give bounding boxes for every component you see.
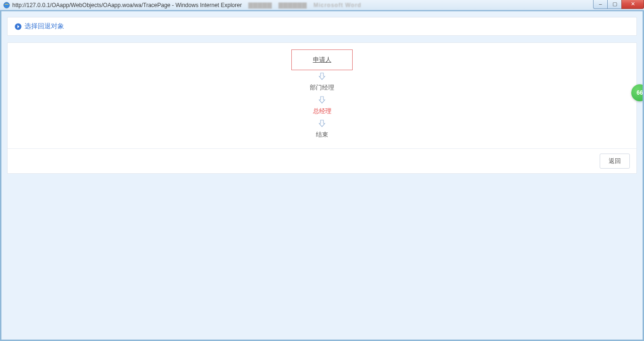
arrow-down-icon xyxy=(318,119,326,128)
minimize-icon: – xyxy=(599,1,602,7)
flow-node-label: 结束 xyxy=(316,131,328,138)
window-title: http://127.0.0.1/OAapp/WebObjects/OAapp.… xyxy=(12,2,242,8)
close-button[interactable]: ✕ xyxy=(621,0,644,9)
bg-app: Microsoft Word xyxy=(314,2,362,8)
header-panel: 选择回退对象 xyxy=(7,17,637,36)
bg-app: ▇▇▇▇▇▇ xyxy=(279,2,307,8)
side-badge-text: 66 xyxy=(636,89,643,96)
arrow-down-icon xyxy=(318,72,326,81)
flow-node-label: 部门经理 xyxy=(310,84,334,91)
bg-app: ▇▇▇▇▇ xyxy=(248,2,272,8)
flow-node-label: 申请人 xyxy=(313,56,331,63)
window-controls: – ▢ ✕ xyxy=(593,0,644,9)
background-apps: ▇▇▇▇▇ ▇▇▇▇▇▇ Microsoft Word xyxy=(248,2,362,8)
panel-title: 选择回退对象 xyxy=(25,22,64,31)
flow-node-applicant[interactable]: 申请人 xyxy=(291,49,353,70)
maximize-button[interactable]: ▢ xyxy=(607,0,621,9)
window-frame: http://127.0.0.1/OAapp/WebObjects/OAapp.… xyxy=(0,0,644,341)
back-button[interactable]: 返回 xyxy=(600,154,630,169)
flow-node-end: 结束 xyxy=(291,129,353,141)
panel-header: 选择回退对象 xyxy=(8,17,636,35)
maximize-icon: ▢ xyxy=(612,1,617,7)
close-icon: ✕ xyxy=(631,1,635,7)
arrow-down-icon xyxy=(318,96,326,104)
flow-panel: 申请人 部门经理 xyxy=(7,42,637,174)
flow-body: 申请人 部门经理 xyxy=(8,43,636,148)
client-area: 选择回退对象 申请人 xyxy=(0,10,644,341)
ie-icon xyxy=(3,1,10,9)
page-wrap: 选择回退对象 申请人 xyxy=(1,11,643,340)
minimize-button[interactable]: – xyxy=(593,0,607,9)
chevron-right-icon xyxy=(14,23,22,30)
flow-node-label: 总经理 xyxy=(313,107,331,114)
titlebar: http://127.0.0.1/OAapp/WebObjects/OAapp.… xyxy=(0,0,644,10)
flow-node-general-manager[interactable]: 总经理 xyxy=(291,105,353,117)
workflow: 申请人 部门经理 xyxy=(291,49,353,141)
flow-node-dept-manager[interactable]: 部门经理 xyxy=(291,81,353,94)
flow-footer: 返回 xyxy=(8,148,636,173)
